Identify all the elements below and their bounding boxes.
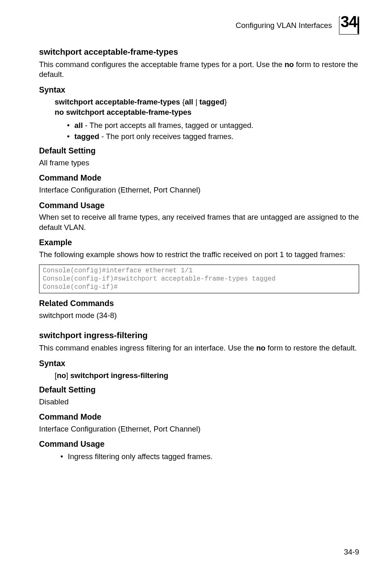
related-heading: Related Commands xyxy=(39,298,359,309)
default-heading: Default Setting xyxy=(39,385,359,395)
example-heading: Example xyxy=(39,237,359,248)
punct: ] xyxy=(66,371,70,380)
opt: tagged xyxy=(74,132,99,141)
section2-title: switchport ingress-filtering xyxy=(39,330,359,341)
syntax-block: [no] switchport ingress-filtering xyxy=(55,371,359,381)
text: form to restore the default. xyxy=(265,344,357,352)
opt: tagged xyxy=(199,97,224,106)
syntax-line: switchport acceptable-frame-types {all |… xyxy=(55,97,359,107)
chapter-number: 34 xyxy=(340,14,357,30)
example-intro: The following example shows how to restr… xyxy=(39,250,359,260)
default-heading: Default Setting xyxy=(39,146,359,156)
related-value: switchport mode (34-8) xyxy=(39,311,359,320)
page: Configuring VLAN Interfaces 34 switchpor… xyxy=(0,0,392,571)
syntax-line: [no] switchport ingress-filtering xyxy=(55,371,359,381)
opt: no xyxy=(57,371,66,380)
syntax-block: switchport acceptable-frame-types {all |… xyxy=(55,97,359,118)
text-bold: no xyxy=(284,60,294,69)
section1-intro: This command configures the acceptable f… xyxy=(39,60,359,80)
text: - The port accepts all frames, tagged or… xyxy=(83,121,254,130)
section1-title: switchport acceptable-frame-types xyxy=(39,46,359,57)
syntax-line: no switchport acceptable-frame-types xyxy=(55,107,359,117)
example-code: Console(config)#interface ethernet 1/1 C… xyxy=(39,265,359,293)
mode-value: Interface Configuration (Ethernet, Port … xyxy=(39,424,359,434)
syntax-heading: Syntax xyxy=(39,85,359,95)
text-bold: no xyxy=(256,344,266,352)
usage-heading: Command Usage xyxy=(39,200,359,211)
cmd: no switchport acceptable-frame-types xyxy=(55,108,191,116)
text: This command enables ingress filtering f… xyxy=(39,344,256,352)
running-header: Configuring VLAN Interfaces 34 xyxy=(39,16,359,35)
default-value: Disabled xyxy=(39,397,359,407)
opt: all xyxy=(74,121,83,130)
punct: { xyxy=(180,97,184,106)
text: - The port only receives tagged frames. xyxy=(99,132,234,141)
cmd: switchport acceptable-frame-types xyxy=(55,97,180,106)
list-item: all - The port accepts all frames, tagge… xyxy=(67,121,359,130)
text: This command configures the acceptable f… xyxy=(39,60,284,69)
mode-heading: Command Mode xyxy=(39,412,359,422)
syntax-heading: Syntax xyxy=(39,358,359,369)
list-item: tagged - The port only receives tagged f… xyxy=(67,132,359,142)
usage-value: When set to receive all frame types, any… xyxy=(39,212,359,232)
page-number: 34-9 xyxy=(344,547,359,557)
opt: all xyxy=(185,97,194,106)
punct: } xyxy=(224,97,227,106)
mode-value: Interface Configuration (Ethernet, Port … xyxy=(39,185,359,195)
punct: | xyxy=(193,97,199,106)
syntax-options-list: all - The port accepts all frames, tagge… xyxy=(67,121,359,142)
cmd: switchport ingress-filtering xyxy=(70,371,168,380)
usage-heading: Command Usage xyxy=(39,439,359,450)
mode-heading: Command Mode xyxy=(39,173,359,183)
chapter-badge: 34 xyxy=(338,16,359,35)
usage-list: Ingress filtering only affects tagged fr… xyxy=(60,452,359,462)
running-head-text: Configuring VLAN Interfaces xyxy=(236,21,332,30)
default-value: All frame types xyxy=(39,158,359,168)
section2-intro: This command enables ingress filtering f… xyxy=(39,343,359,353)
list-item: Ingress filtering only affects tagged fr… xyxy=(60,452,359,462)
